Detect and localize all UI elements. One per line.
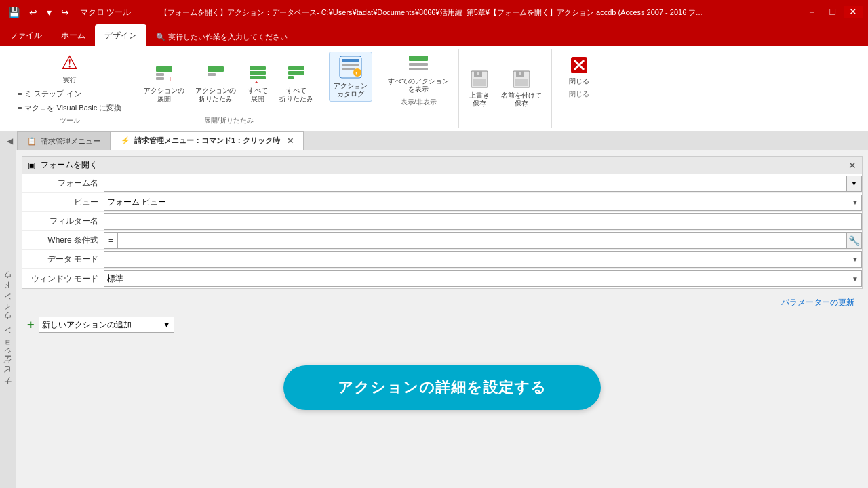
all-collapse-btn[interactable]: − すべて折りたたみ [275, 61, 317, 106]
named-save-label: 名前を付けて保存 [501, 92, 542, 108]
all-expand-icon: + [247, 64, 269, 85]
overwrite-save-btn[interactable]: 上書き保存 [465, 66, 494, 110]
tools-group-label: ツール [60, 116, 80, 125]
svg-text:−: − [220, 75, 224, 83]
window-mode-dropdown[interactable]: 標準 ▼ [104, 270, 862, 287]
tools-sub-items: ⚠ 実行 [61, 52, 78, 87]
run-btn[interactable]: ⚠ 実行 [61, 52, 78, 85]
tab-invoice-icon: 📋 [27, 137, 37, 146]
where-builder-btn[interactable]: 🔧 [847, 232, 862, 249]
data-mode-dropdown[interactable]: ▼ [104, 251, 862, 268]
cta-container: アクションの詳細を設定する [22, 352, 863, 424]
named-save-btn[interactable]: 名前を付けて保存 [497, 66, 546, 110]
tab-invoice-menu[interactable]: 📋 請求管理メニュー [17, 131, 111, 150]
close-macro-btn[interactable]: 閉じる [564, 52, 594, 88]
catalog-icon: ! [338, 55, 363, 81]
redo-icon[interactable]: ↪ [58, 5, 72, 19]
content-area: ▣ フォームを開く ✕ フォーム名 ▼ ビュー [16, 150, 868, 488]
filter-name-label: フィルター名 [22, 213, 104, 230]
cta-button[interactable]: アクションの詳細を設定する [283, 365, 601, 410]
overwrite-save-icon [469, 68, 490, 90]
svg-rect-21 [409, 56, 428, 61]
action-expand-btn[interactable]: + アクションの展開 [140, 61, 189, 106]
data-mode-label: データ モード [22, 251, 104, 268]
title-bar-left: 💾 ↩ ▾ ↪ マクロ ツール [5, 5, 155, 19]
undo-dropdown[interactable]: ▾ [44, 5, 54, 19]
action-expand-label: アクションの展開 [144, 87, 184, 103]
tab-file[interactable]: ファイル [0, 24, 52, 46]
all-expand-btn[interactable]: + すべて展開 [243, 61, 273, 106]
action-collapse-icon[interactable]: ▣ [28, 161, 35, 170]
svg-point-19 [353, 68, 361, 77]
tab-command-click[interactable]: ⚡ 請求管理メニュー：コマンド1：クリック時 ✕ [111, 131, 304, 150]
where-input[interactable] [117, 232, 847, 249]
form-name-field: ▼ [104, 176, 862, 192]
form-name-label: フォーム名 [22, 175, 104, 192]
convert-vba-btn[interactable]: ≡ マクロを Visual Basic に変換 [16, 102, 123, 115]
svg-rect-13 [288, 76, 294, 79]
svg-rect-2 [156, 77, 164, 80]
maximize-btn[interactable]: □ [825, 6, 841, 18]
tab-close-btn[interactable]: ✕ [287, 136, 294, 146]
action-block-close-btn[interactable]: ✕ [848, 160, 856, 171]
show-all-actions-btn[interactable]: すべてのアクションを表示 [384, 52, 453, 96]
view-row: ビュー フォーム ビュー ▼ [22, 193, 862, 212]
step-icon: ≡ [18, 90, 22, 98]
add-action-row: + 新しいアクションの追加 ▼ [22, 311, 863, 338]
action-title: フォームを開く [41, 159, 98, 171]
window-mode-row: ウィンドウ モード 標準 ▼ [22, 269, 862, 288]
action-collapse-icon: − [205, 64, 226, 85]
ribbon-search[interactable]: 🔍 実行したい作業を入力してください [146, 28, 297, 46]
tab-home[interactable]: ホーム [52, 24, 95, 46]
filter-name-input[interactable] [104, 214, 862, 230]
save-icon[interactable]: 💾 [5, 5, 22, 19]
tab-nav-left[interactable]: ◀ [3, 131, 17, 150]
add-action-label: 新しいアクションの追加 [42, 319, 132, 331]
save-buttons: 上書き保存 名前を付けて保存 [465, 52, 546, 124]
close-macro-label: 閉じる [569, 77, 589, 85]
window-controls: － □ ✕ [802, 6, 863, 18]
window-mode-value: 標準 [107, 273, 123, 285]
params-link[interactable]: パラメーターの更新 [781, 297, 854, 308]
ribbon-group-showhide: すべてのアクションを表示 表示/非表示 [378, 49, 459, 128]
action-block-open-form: ▣ フォームを開く ✕ フォーム名 ▼ ビュー [22, 156, 863, 289]
minimize-btn[interactable]: － [802, 6, 822, 18]
add-action-icon[interactable]: + [27, 318, 35, 332]
add-action-arrow: ▼ [163, 320, 171, 329]
all-expand-label: すべて展開 [248, 87, 268, 103]
run-label: 実行 [63, 75, 77, 85]
add-action-dropdown[interactable]: 新しいアクションの追加 ▼ [39, 317, 174, 333]
filter-name-row: フィルター名 [22, 212, 862, 231]
tab-bar: ◀ 📋 請求管理メニュー ⚡ 請求管理メニュー：コマンド1：クリック時 ✕ [0, 131, 868, 150]
tab-invoice-label: 請求管理メニュー [41, 136, 100, 146]
quick-access-toolbar: 💾 ↩ ▾ ↪ [5, 5, 72, 19]
run-icon: ⚠ [61, 52, 78, 74]
step-label: ミ ステップ イン [24, 89, 81, 99]
ribbon-group-catalog: ! アクションカタログ [323, 49, 378, 128]
svg-text:−: − [299, 78, 302, 84]
svg-rect-7 [250, 66, 266, 70]
form-name-input[interactable] [104, 176, 847, 192]
data-mode-field: ▼ [104, 251, 862, 268]
ribbon-content: ⚠ 実行 ≡ ミ ステップ イン ≡ マクロを Visual Basic に変換… [0, 46, 868, 131]
data-mode-arrow: ▼ [852, 256, 859, 263]
catalog-label: アクションカタログ [334, 82, 368, 98]
action-catalog-btn[interactable]: ! アクションカタログ [329, 52, 372, 102]
svg-rect-5 [208, 73, 216, 76]
view-arrow: ▼ [852, 199, 859, 206]
step-in-btn[interactable]: ≡ ミ ステップ イン [16, 87, 123, 100]
window-title: 【フォームを開く】アクション：データベース- C:¥Users¥tadat¥Do… [160, 7, 796, 18]
svg-rect-8 [250, 71, 266, 75]
svg-rect-18 [342, 68, 355, 70]
view-dropdown[interactable]: フォーム ビュー ▼ [104, 195, 862, 211]
macro-tools-label: マクロ ツール [80, 7, 131, 18]
where-builder-icon: 🔧 [848, 235, 860, 246]
form-name-dropdown-btn[interactable]: ▼ [847, 176, 862, 192]
action-collapse-btn[interactable]: − アクションの折りたたみ [191, 61, 240, 106]
tab-design[interactable]: デザイン [95, 24, 146, 46]
undo-icon[interactable]: ↩ [26, 5, 40, 19]
data-mode-row: データ モード ▼ [22, 250, 862, 269]
close-btn[interactable]: ✕ [844, 6, 863, 18]
window-mode-field: 標準 ▼ [104, 270, 862, 287]
all-collapse-label: すべて折りたたみ [279, 87, 313, 103]
